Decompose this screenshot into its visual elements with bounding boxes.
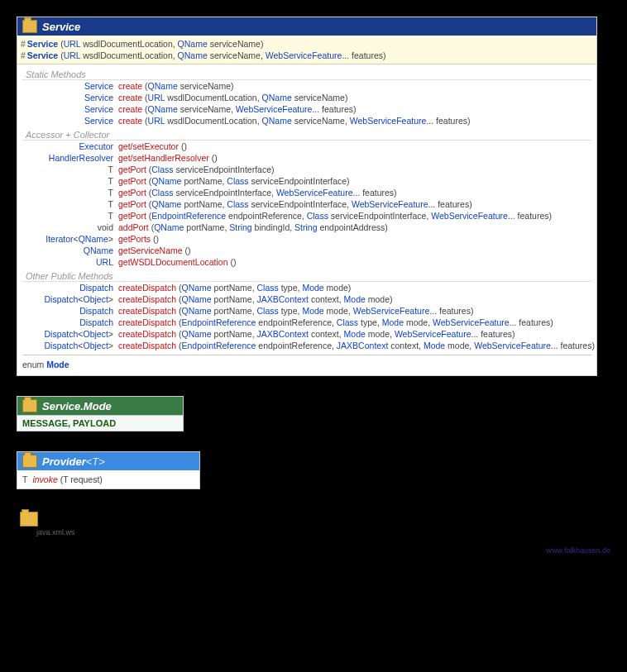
method-params: (EndpointReference endpointReference, JA…: [176, 341, 595, 350]
method-params: (): [228, 257, 237, 267]
section-label: Static Methods: [22, 69, 591, 80]
method-row: voidaddPort (QName portName, String bind…: [22, 222, 591, 233]
method-params: (QName portName, Class type, Mode mode): [176, 283, 351, 293]
constructor-name[interactable]: Service: [27, 39, 58, 49]
section-label: Other Public Methods: [22, 271, 591, 282]
method-row: HandlerResolverget/setHandlerResolver (): [22, 152, 591, 164]
package-icon: [22, 399, 37, 412]
return-type: T: [22, 474, 32, 484]
package-icon: [22, 455, 37, 468]
return-type: Iterator<QName>: [22, 233, 118, 245]
method-row: TgetPort (Class serviceEndpointInterface…: [22, 164, 591, 175]
method-name[interactable]: getPort: [118, 199, 146, 209]
method-params: (Class serviceEndpointInterface): [146, 164, 275, 174]
return-type: Dispatch: [22, 317, 118, 328]
return-type: Dispatch<Object>: [22, 328, 118, 340]
package-name: javax.xml.ws: [43, 510, 134, 527]
return-type: Dispatch: [22, 305, 118, 317]
method-row: TgetPort (QName portName, Class serviceE…: [22, 198, 591, 210]
method-name[interactable]: create: [118, 116, 142, 126]
method-row: Servicecreate (URL wsdlDocumentLocation,…: [22, 92, 591, 103]
return-type: T: [22, 210, 118, 222]
constructor-row: #Service (URL wsdlDocumentLocation, QNam…: [21, 50, 593, 61]
method-params: (QName serviceName, WebServiceFeature...…: [142, 104, 356, 114]
provider-header: Provider <T>: [17, 452, 199, 470]
return-type: Executor: [22, 141, 118, 152]
method-row: QNamegetServiceName (): [22, 245, 591, 256]
enum-link[interactable]: Mode: [46, 360, 69, 369]
method-params: (EndpointReference endpointReference, Cl…: [146, 211, 552, 221]
service-mode-box: Service.Mode MESSAGE, PAYLOAD: [17, 396, 184, 431]
method-name[interactable]: getPort: [118, 188, 146, 198]
return-type: Dispatch<Object>: [22, 293, 118, 305]
return-type: Service: [22, 115, 118, 126]
return-type: T: [22, 187, 118, 198]
enum-keyword: enum: [22, 360, 46, 369]
return-type: T: [22, 198, 118, 210]
method-name[interactable]: create: [118, 104, 142, 114]
method-name[interactable]: createDispatch: [118, 329, 176, 339]
method-name[interactable]: create: [118, 81, 142, 91]
return-type: Dispatch<Object>: [22, 340, 118, 351]
method-name[interactable]: createDispatch: [118, 341, 176, 350]
service-title: Service: [42, 21, 80, 33]
return-type: T: [22, 164, 118, 175]
return-type: HandlerResolver: [22, 152, 118, 164]
package-icon: [22, 20, 37, 33]
method-row: URLgetWSDLDocumentLocation (): [22, 256, 591, 268]
method-row: Dispatch<Object>createDispatch (QName po…: [22, 293, 591, 305]
method-params: (URL wsdlDocumentLocation, QName service…: [142, 116, 470, 126]
method-row: Servicecreate (URL wsdlDocumentLocation,…: [22, 115, 591, 126]
method-name[interactable]: createDispatch: [118, 283, 176, 293]
method-row: DispatchcreateDispatch (EndpointReferenc…: [22, 317, 591, 328]
method-name[interactable]: invoke: [32, 474, 57, 484]
method-name[interactable]: createDispatch: [118, 306, 176, 316]
method-name[interactable]: getServiceName: [118, 245, 183, 255]
service-class-box: Service #Service (URL wsdlDocumentLocati…: [17, 17, 597, 376]
return-type: Service: [22, 103, 118, 115]
return-type: void: [22, 222, 118, 233]
nested-enum-row: enum Mode: [22, 359, 591, 370]
method-row: TgetPort (Class serviceEndpointInterface…: [22, 187, 591, 198]
method-name[interactable]: getPort: [118, 211, 146, 221]
method-params: (QName serviceName): [142, 81, 233, 91]
method-name[interactable]: getPorts: [118, 234, 151, 244]
footer-link[interactable]: www.falkhausen.de: [17, 546, 610, 555]
provider-title: Provider: [42, 455, 86, 468]
method-row: Servicecreate (QName serviceName, WebSer…: [22, 103, 591, 115]
return-type: T: [22, 175, 118, 187]
method-name[interactable]: getPort: [118, 164, 146, 174]
method-name[interactable]: addPort: [118, 222, 149, 232]
method-row: DispatchcreateDispatch (QName portName, …: [22, 305, 591, 317]
method-params: (EndpointReference endpointReference, Cl…: [176, 317, 553, 327]
return-type: Service: [22, 92, 118, 103]
method-params: (): [179, 141, 187, 151]
service-body: Static MethodsServicecreate (QName servi…: [17, 64, 596, 375]
method-row: TgetPort (QName portName, Class serviceE…: [22, 175, 591, 187]
visibility-icon: #: [21, 39, 27, 49]
return-type: QName: [22, 245, 118, 256]
method-row: Dispatch<Object>createDispatch (Endpoint…: [22, 340, 591, 351]
method-params: (QName portName, JAXBContext context, Mo…: [176, 329, 515, 339]
method-name[interactable]: createDispatch: [118, 294, 176, 304]
provider-body: Tinvoke (T request): [17, 470, 199, 489]
method-name[interactable]: get/setHandlerResolver: [118, 153, 209, 163]
section-label: Accessor + Collector: [22, 130, 591, 141]
visibility-icon: #: [21, 50, 27, 60]
method-params: (QName portName, Class serviceEndpointIn…: [146, 176, 350, 186]
method-params: (T request): [58, 474, 103, 484]
method-name[interactable]: createDispatch: [118, 317, 176, 327]
constructor-row: #Service (URL wsdlDocumentLocation, QNam…: [21, 38, 593, 50]
service-header: Service: [17, 17, 596, 36]
method-name[interactable]: getWSDLDocumentLocation: [118, 257, 228, 267]
method-name[interactable]: getPort: [118, 176, 146, 186]
method-row: DispatchcreateDispatch (QName portName, …: [22, 282, 591, 293]
method-params: (): [151, 234, 159, 244]
constructor-name[interactable]: Service: [27, 50, 58, 60]
method-row: Dispatch<Object>createDispatch (QName po…: [22, 328, 591, 340]
method-name[interactable]: create: [118, 93, 142, 102]
method-params: (Class serviceEndpointInterface, WebServ…: [146, 188, 397, 198]
method-name[interactable]: get/setExecutor: [118, 141, 179, 151]
return-type: Service: [22, 80, 118, 92]
method-row: Iterator<QName>getPorts (): [22, 233, 591, 245]
